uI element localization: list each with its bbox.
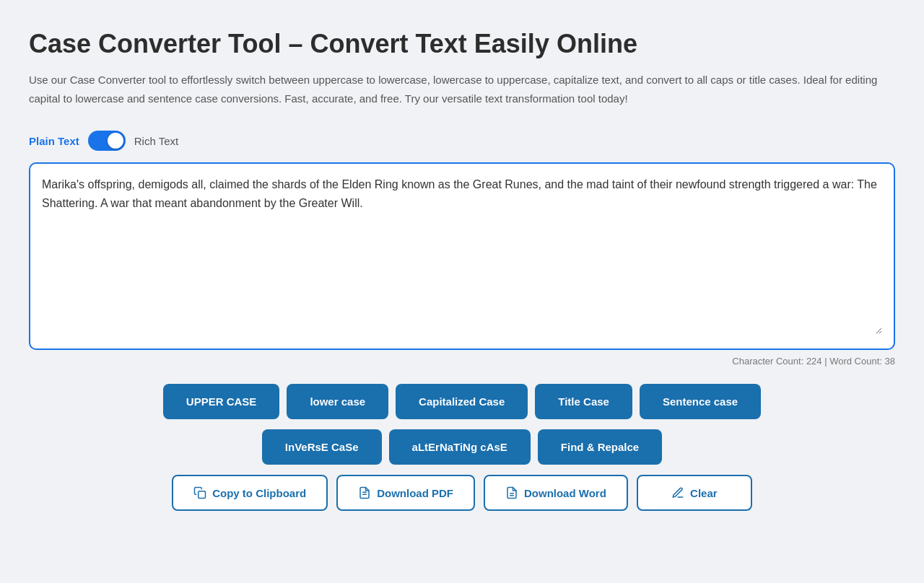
download-pdf-label: Download PDF <box>377 487 453 499</box>
copy-clipboard-button[interactable]: Copy to Clipboard <box>172 475 328 511</box>
pdf-icon <box>358 486 371 499</box>
download-word-button[interactable]: Download Word <box>484 475 628 511</box>
main-text-input[interactable]: Marika's offspring, demigods all, claime… <box>42 175 882 334</box>
char-word-count: Character Count: 224 | Word Count: 38 <box>29 356 895 367</box>
page-title: Case Converter Tool – Convert Text Easil… <box>29 29 895 59</box>
copy-clipboard-label: Copy to Clipboard <box>212 487 306 499</box>
case-buttons-row-1: UPPER CASE lower case Capitalized Case T… <box>29 384 895 419</box>
download-pdf-button[interactable]: Download PDF <box>336 475 475 511</box>
toggle-track <box>88 131 126 151</box>
sentence-case-button[interactable]: Sentence case <box>640 384 761 419</box>
case-buttons-row-2: InVeRsE CaSe aLtErNaTiNg cAsE Find & Rep… <box>29 429 895 465</box>
inverse-case-button[interactable]: InVeRsE CaSe <box>262 429 382 465</box>
clear-label: Clear <box>690 487 718 499</box>
download-word-label: Download Word <box>524 487 606 499</box>
lower-case-button[interactable]: lower case <box>287 384 388 419</box>
plain-text-label: Plain Text <box>29 135 79 147</box>
text-mode-toggle-row: Plain Text Rich Text <box>29 131 895 151</box>
alternating-case-button[interactable]: aLtErNaTiNg cAsE <box>389 429 531 465</box>
clear-button[interactable]: Clear <box>637 475 752 511</box>
rich-text-label: Rich Text <box>134 135 178 147</box>
action-buttons-row: Copy to Clipboard Download PDF Download … <box>29 475 895 511</box>
upper-case-button[interactable]: UPPER CASE <box>163 384 280 419</box>
svg-rect-0 <box>199 491 206 499</box>
toggle-switch[interactable] <box>88 131 126 151</box>
capitalized-case-button[interactable]: Capitalized Case <box>396 384 528 419</box>
find-replace-button[interactable]: Find & Repalce <box>538 429 662 465</box>
word-icon <box>505 486 518 499</box>
textarea-wrapper: Marika's offspring, demigods all, claime… <box>29 162 895 350</box>
copy-icon <box>193 486 206 499</box>
clear-icon <box>671 486 684 499</box>
title-case-button[interactable]: Title Case <box>535 384 632 419</box>
toggle-thumb <box>108 133 123 149</box>
page-description: Use our Case Converter tool to effortles… <box>29 71 881 108</box>
